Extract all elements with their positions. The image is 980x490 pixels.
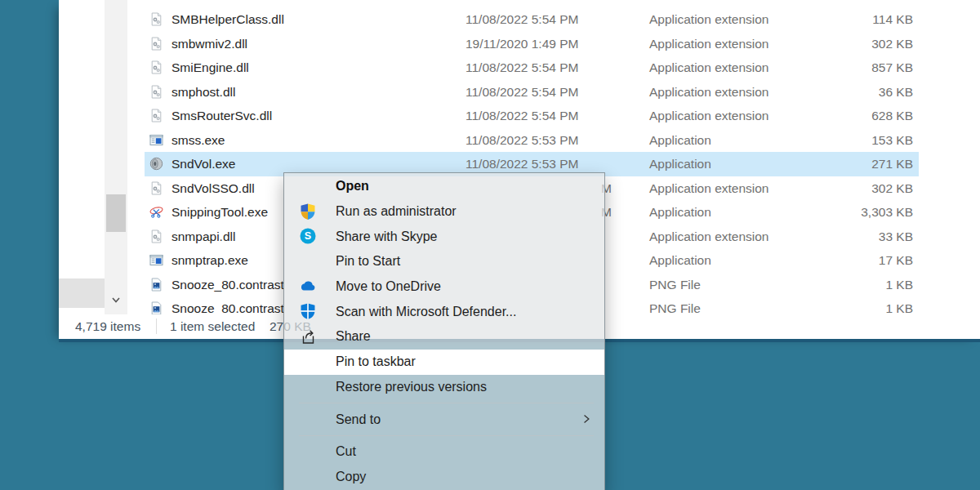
file-date-modified: 19/11/2020 1:49 PM xyxy=(466,32,578,56)
status-bar-divider xyxy=(156,318,157,334)
file-name: snmpapi.dll xyxy=(172,225,235,249)
file-name: SndVolSSO.dll xyxy=(172,176,255,201)
file-type: Application extension xyxy=(649,225,769,249)
menu-separator xyxy=(299,403,594,403)
menu-item-label: Run as administrator xyxy=(336,204,457,219)
file-date-modified: 11/08/2022 5:53 PM xyxy=(466,128,578,153)
menu-item-label: Cut xyxy=(336,444,356,459)
submenu-chevron-icon xyxy=(579,412,594,426)
application-icon xyxy=(149,133,163,147)
skype-icon: S xyxy=(299,227,317,245)
file-type: PNG File xyxy=(649,273,701,297)
file-name: smphost.dll xyxy=(172,80,235,105)
menu-item-share[interactable]: Share xyxy=(284,324,604,350)
file-type: Application xyxy=(649,248,711,273)
menu-item-share-with-skype[interactable]: S Share with Skype xyxy=(284,224,604,249)
file-row[interactable]: SmsRouterSvc.dll 11/08/2022 5:54 PM Appl… xyxy=(127,104,980,128)
dll-file-icon xyxy=(149,37,163,51)
file-size: 1 KB xyxy=(829,273,913,297)
file-type: Application extension xyxy=(649,176,769,201)
file-size: 302 KB xyxy=(829,176,913,201)
dll-file-icon xyxy=(149,85,163,99)
file-size: 36 KB xyxy=(829,80,913,105)
file-name: Snooze_80.contrast xyxy=(172,273,284,297)
file-type: PNG File xyxy=(649,296,701,314)
menu-item-label: Move to OneDrive xyxy=(336,279,441,294)
file-date-modified: 11/08/2022 5:54 PM xyxy=(466,7,578,32)
menu-item-label: Copy xyxy=(336,470,366,484)
file-name: smbwmiv2.dll xyxy=(172,32,247,56)
chevron-down-icon xyxy=(110,294,122,309)
menu-item-send-to[interactable]: Send to xyxy=(284,407,604,432)
file-row[interactable]: smss.exe 11/08/2022 5:53 PM Application … xyxy=(127,128,980,153)
file-type: Application extension xyxy=(649,104,769,128)
file-name: SnippingTool.exe xyxy=(172,200,268,225)
file-name: SmiEngine.dll xyxy=(172,56,249,80)
menu-item-restore-previous-versions[interactable]: Restore previous versions xyxy=(284,375,604,400)
onedrive-cloud-icon xyxy=(299,278,317,296)
menu-item-label: Restore previous versions xyxy=(336,380,487,394)
file-size: 3,303 KB xyxy=(829,200,913,225)
file-name: snmptrap.exe xyxy=(172,248,248,273)
file-size: 33 KB xyxy=(829,225,913,249)
selection-count: 1 item selected xyxy=(170,314,255,338)
file-type: Application extension xyxy=(649,7,769,32)
dll-file-icon xyxy=(149,60,163,74)
menu-item-label: Send to xyxy=(336,412,381,427)
menu-item-label: Open xyxy=(336,179,369,194)
file-type: Application xyxy=(649,128,711,153)
svg-text:S: S xyxy=(305,231,311,243)
dll-file-icon xyxy=(149,181,163,195)
file-name: SMBHelperClass.dll xyxy=(172,7,284,32)
file-date-modified: 11/08/2022 5:54 PM xyxy=(466,80,578,105)
menu-item-open[interactable]: Open xyxy=(284,174,604,199)
menu-item-label: Pin to taskbar xyxy=(336,354,416,369)
file-type: Application extension xyxy=(649,32,769,56)
file-type: Application xyxy=(649,200,711,225)
file-type: Application xyxy=(649,152,711,176)
file-name: SndVol.exe xyxy=(172,152,235,176)
defender-shield-icon xyxy=(299,302,317,320)
file-row[interactable]: SmiEngine.dll 11/08/2022 5:54 PM Applica… xyxy=(127,56,980,80)
application-icon xyxy=(149,253,163,267)
file-size: 271 KB xyxy=(829,152,913,176)
file-type: Application extension xyxy=(649,56,769,80)
nav-pane-scrollbar-down-button[interactable] xyxy=(105,293,127,310)
file-size: 114 KB xyxy=(829,7,913,32)
file-date-modified: 11/08/2022 5:54 PM xyxy=(466,104,578,128)
file-size: 1 KB xyxy=(829,296,913,314)
menu-item-label: Scan with Microsoft Defender... xyxy=(336,305,516,319)
png-image-icon xyxy=(149,301,163,314)
nav-pane-horizontal-scroll-thumb[interactable] xyxy=(59,278,105,308)
menu-item-scan-with-microsoft-defender[interactable]: Scan with Microsoft Defender... xyxy=(284,299,604,324)
menu-item-run-as-administrator[interactable]: Run as administrator xyxy=(284,199,604,225)
file-name: smss.exe xyxy=(172,128,225,153)
png-image-icon xyxy=(149,278,163,292)
file-row[interactable]: smphost.dll 11/08/2022 5:54 PM Applicati… xyxy=(127,80,980,105)
menu-item-label: Share with Skype xyxy=(336,229,438,244)
share-icon xyxy=(299,327,317,345)
desktop-background: SMBHelperClass.dll 11/08/2022 5:54 PM Ap… xyxy=(0,0,980,490)
snipping-tool-icon xyxy=(149,205,163,219)
file-size: 17 KB xyxy=(829,248,913,273)
menu-item-cut[interactable]: Cut xyxy=(284,439,604,465)
menu-item-move-to-onedrive[interactable]: Move to OneDrive xyxy=(284,274,604,300)
uac-shield-icon xyxy=(299,203,317,220)
menu-item-copy[interactable]: Copy xyxy=(284,465,604,490)
file-row[interactable]: smbwmiv2.dll 19/11/2020 1:49 PM Applicat… xyxy=(127,32,980,56)
nav-pane-scrollbar-track[interactable] xyxy=(105,0,127,314)
file-size: 857 KB xyxy=(829,56,913,80)
file-name: Snooze_80.contrast xyxy=(172,296,284,314)
menu-item-pin-to-start[interactable]: Pin to Start xyxy=(284,249,604,274)
items-count: 4,719 items xyxy=(75,314,140,338)
file-row[interactable]: SMBHelperClass.dll 11/08/2022 5:54 PM Ap… xyxy=(127,7,980,32)
menu-item-pin-to-taskbar[interactable]: Pin to taskbar xyxy=(284,350,604,375)
file-date-modified: 11/08/2022 5:54 PM xyxy=(466,56,578,80)
menu-item-label: Share xyxy=(336,329,371,344)
nav-pane-scrollbar-thumb[interactable] xyxy=(106,194,126,232)
dll-file-icon xyxy=(149,12,163,26)
menu-item-label: Pin to Start xyxy=(336,254,400,269)
file-size: 153 KB xyxy=(829,128,913,153)
menu-separator xyxy=(299,435,594,436)
dll-file-icon xyxy=(149,109,163,122)
